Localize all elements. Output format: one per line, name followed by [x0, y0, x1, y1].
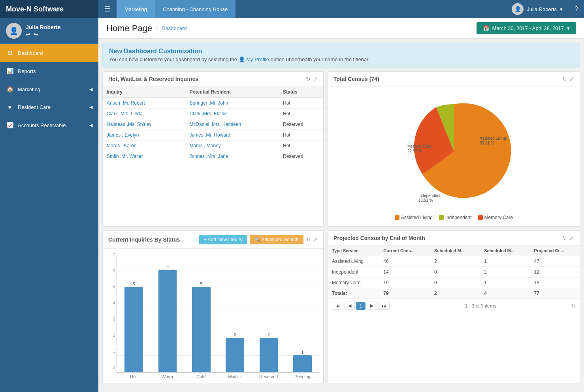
inquiry-cell[interactable]: Smith ,Mr. Walter	[103, 151, 185, 162]
projected-census-expand-button[interactable]: ⤢	[569, 235, 574, 241]
table-row[interactable]: Clark ,Mrs. Linda Clark ,Mrs. Elaine Hot	[103, 109, 323, 119]
potential-cell[interactable]: Jonnes ,Mrs. Jane	[185, 151, 279, 162]
user-menu[interactable]: 👤 Julia Roberts ▾	[506, 3, 569, 15]
calendar-icon: 📅	[483, 25, 489, 31]
table-row[interactable]: James , Evelyn James ,Mr. Howard Hot	[103, 130, 323, 141]
legend-assisted-living-dot	[395, 215, 399, 220]
bar	[226, 338, 244, 372]
proj-sched1-cell: 0	[430, 278, 480, 288]
bar-value: 2	[234, 333, 236, 337]
proj-sched2-cell: 2	[480, 267, 530, 278]
hot-waitlist-actions: ↻ ⤢	[306, 76, 318, 82]
projected-census-refresh-button[interactable]: ↻	[562, 235, 567, 241]
dashboard-icon: ⊞	[6, 49, 14, 56]
hot-waitlist-refresh-button[interactable]: ↻	[306, 76, 311, 82]
x-label: Pending	[286, 374, 320, 379]
projected-census-table: Type Service Current Cens... Scheduled M…	[328, 246, 580, 299]
bar-value: 2	[268, 333, 270, 337]
inquiry-cell[interactable]: Halstead ,Ms. Shirley	[103, 119, 185, 130]
my-profile-link[interactable]: 👤 My Profile	[239, 56, 269, 62]
current-inquiries-controls: + Add New Inquiry 🔍 Advanced Search ↻ ⤢	[199, 235, 318, 244]
sidebar-item-dashboard-label: Dashboard	[18, 50, 43, 56]
bar-value: 5	[200, 282, 203, 286]
hot-waitlist-widget: Hot, WaitList & Reserved Inquiries ↻ ⤢ I…	[102, 71, 324, 227]
totals-current: 79	[379, 288, 430, 299]
sidebar-avatar: 👤	[6, 23, 22, 39]
widget-row-1: Hot, WaitList & Reserved Inquiries ↻ ⤢ I…	[102, 71, 580, 227]
date-range-button[interactable]: 📅 March 30, 2017 - April 28, 2017 ▾	[477, 22, 576, 34]
y-label-4: 4	[113, 301, 115, 305]
x-labels: HotWarmColdWaitlistReservedPending	[117, 373, 319, 379]
potential-cell[interactable]: McDaniel ,Mrs. Kathleen	[185, 119, 279, 130]
current-inquiries-expand-button[interactable]: ⤢	[313, 236, 318, 243]
banner-title: New Dashboard Customization	[109, 48, 573, 55]
inquiry-cell[interactable]: Morris , Karen	[103, 141, 185, 151]
proj-type-cell: Independent	[328, 267, 379, 278]
potential-cell[interactable]: James ,Mr. Howard	[185, 130, 279, 141]
page-1-button[interactable]: 1	[356, 302, 365, 310]
x-label: Warm	[151, 374, 185, 379]
x-label: Cold	[184, 374, 218, 379]
sidebar: 👤 Julia Roberts ↩ ↪ ⊞ Dashboard 📊 Report…	[0, 18, 98, 392]
hot-waitlist-table: Inquiry Potential Resident Status Anson …	[103, 86, 323, 161]
proj-projected-cell: 18	[530, 278, 580, 288]
total-census-title: Total Census (74)	[333, 76, 379, 82]
status-cell: Hot	[279, 141, 323, 151]
y-label-5: 5	[113, 285, 115, 289]
breadcrumb[interactable]: Dashboard	[162, 25, 187, 31]
bar-value: 1	[301, 350, 304, 354]
total-census-expand-button[interactable]: ⤢	[569, 76, 574, 82]
sidebar-item-resident-care[interactable]: ♥ Resident Care ◀	[0, 98, 98, 116]
advanced-search-button[interactable]: 🔍 Advanced Search	[250, 235, 303, 244]
svg-text:Assisted Living:: Assisted Living:	[480, 136, 507, 141]
projected-census-actions: ↻ ⤢	[562, 235, 574, 241]
brand-name: Move-N Software	[6, 5, 64, 13]
pagination-refresh-button[interactable]: ↻	[571, 303, 576, 309]
sidebar-item-accounts-receivable[interactable]: 📈 Accounts Receivable ◀	[0, 116, 98, 134]
table-row[interactable]: Halstead ,Ms. Shirley McDaniel ,Mrs. Kat…	[103, 119, 323, 130]
table-row[interactable]: Anson ,Mr. Robert Springer ,Mr. John Hot	[103, 98, 323, 109]
potential-cell[interactable]: Springer ,Mr. John	[185, 98, 279, 109]
signin-icon[interactable]: ↩	[26, 31, 30, 38]
hamburger-menu[interactable]: ☰	[98, 5, 117, 13]
sidebar-item-marketing[interactable]: 🏠 Marketing ◀	[0, 80, 98, 98]
tab-marketing[interactable]: Marketing	[117, 0, 155, 18]
inquiry-cell[interactable]: James , Evelyn	[103, 130, 185, 141]
projected-census-widget: Projected Census by End of Month ↻ ⤢ Typ…	[328, 231, 580, 383]
hot-waitlist-expand-button[interactable]: ⤢	[313, 76, 318, 82]
legend-memory-care-dot	[478, 215, 483, 220]
brand-logo: Move-N Software	[0, 0, 98, 18]
sidebar-item-reports[interactable]: 📊 Reports	[0, 62, 98, 80]
tab-channing[interactable]: Channing - Channing House	[155, 0, 235, 18]
resident-care-icon: ♥	[6, 104, 14, 111]
help-button[interactable]: ?	[569, 6, 584, 13]
bar-group: 5	[117, 253, 151, 372]
sidebar-item-accounts-receivable-label: Accounts Receivable	[18, 122, 66, 128]
user-name: Julia Roberts	[527, 6, 557, 12]
table-row[interactable]: Smith ,Mr. Walter Jonnes ,Mrs. Jane Rese…	[103, 151, 323, 162]
projected-census-table-wrap: Type Service Current Cens... Scheduled M…	[328, 246, 580, 299]
legend-independent-label: Independent	[445, 215, 472, 220]
current-inquiries-refresh-button[interactable]: ↻	[306, 236, 311, 243]
totals-projected: 77	[530, 288, 580, 299]
inquiry-cell[interactable]: Clark ,Mrs. Linda	[103, 109, 185, 119]
page-next-button[interactable]: ▶	[367, 302, 377, 310]
inquiry-cell[interactable]: Anson ,Mr. Robert	[103, 98, 185, 109]
add-new-inquiry-button[interactable]: + Add New Inquiry	[199, 235, 247, 244]
potential-cell[interactable]: Morris , Manny	[185, 141, 279, 151]
sidebar-item-marketing-label: Marketing	[18, 86, 40, 92]
page-first-button[interactable]: ⏮	[332, 302, 343, 310]
total-census-refresh-button[interactable]: ↻	[562, 76, 567, 82]
page-last-button[interactable]: ⏭	[378, 302, 390, 310]
total-census-actions: ↻ ⤢	[562, 76, 574, 82]
sidebar-item-dashboard[interactable]: ⊞ Dashboard	[0, 44, 98, 62]
reports-icon: 📊	[6, 68, 14, 75]
totals-sched2: 4	[480, 288, 530, 299]
page-prev-button[interactable]: ◀	[345, 302, 355, 310]
status-cell: Reserved	[279, 151, 323, 162]
bars-container: 5 6 5 2 2 1 HotWarmColdWaitlistReservedP…	[117, 253, 319, 379]
x-label: Waitlist	[218, 374, 252, 379]
potential-cell[interactable]: Clark ,Mrs. Elaine	[185, 109, 279, 119]
signout-icon[interactable]: ↪	[34, 31, 38, 38]
table-row[interactable]: Morris , Karen Morris , Manny Hot	[103, 141, 323, 151]
